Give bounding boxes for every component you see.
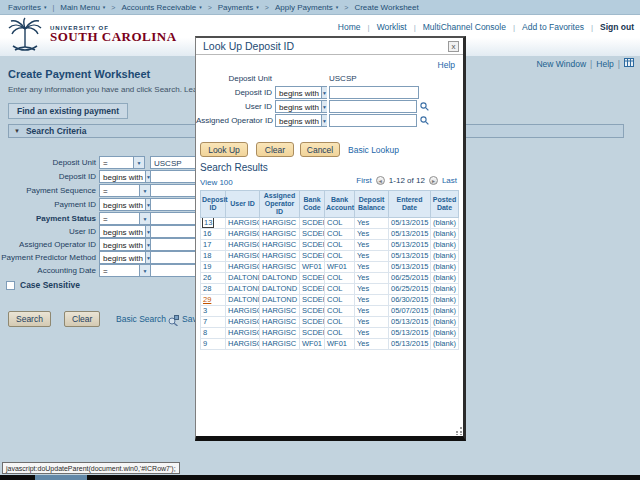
cell-text[interactable]: Yes: [357, 273, 369, 282]
accounting-date-operator-select[interactable]: =▼: [99, 264, 151, 277]
deposit-id-cell[interactable]: 7: [201, 317, 226, 328]
deposit-id-link[interactable]: 9: [203, 339, 207, 348]
cell-text[interactable]: 05/13/2015: [391, 317, 429, 326]
sign-out-link[interactable]: Sign out: [600, 22, 634, 32]
result-cell[interactable]: Yes: [355, 273, 389, 284]
result-cell[interactable]: Yes: [355, 295, 389, 306]
payment-id-operator-select[interactable]: begins with▼: [99, 198, 151, 211]
payment-sequence-operator-select[interactable]: =▼: [99, 184, 151, 197]
cell-text[interactable]: HARGISC: [262, 229, 296, 238]
result-cell[interactable]: (blank): [431, 295, 459, 306]
save-search-icon[interactable]: [168, 312, 179, 330]
result-cell[interactable]: HARGISC: [226, 317, 260, 328]
cell-text[interactable]: SCDEP: [302, 284, 325, 293]
cell-text[interactable]: 05/13/2015: [391, 240, 429, 249]
close-icon[interactable]: x: [448, 41, 459, 52]
cell-text[interactable]: Yes: [357, 251, 369, 260]
deposit-id-link[interactable]: 13: [203, 218, 213, 227]
result-cell[interactable]: (blank): [431, 306, 459, 317]
pager-first-link[interactable]: First: [356, 176, 372, 185]
user-id-operator-select[interactable]: begins with▼: [99, 225, 151, 238]
multichannel-console-link[interactable]: MultiChannel Console: [423, 22, 506, 32]
result-cell[interactable]: SCDEP: [300, 306, 325, 317]
deposit-id-cell[interactable]: 16: [201, 229, 226, 240]
deposit-id-input[interactable]: [329, 86, 419, 99]
cell-text[interactable]: Yes: [357, 229, 369, 238]
result-cell[interactable]: (blank): [431, 218, 459, 229]
cell-text[interactable]: (blank): [433, 339, 456, 348]
deposit-unit-operator-select[interactable]: =▼: [99, 156, 145, 169]
result-cell[interactable]: COL: [325, 273, 355, 284]
cell-text[interactable]: SCDEP: [302, 306, 325, 315]
cell-text[interactable]: Yes: [357, 240, 369, 249]
cell-text[interactable]: HARGISC: [228, 240, 260, 249]
cell-text[interactable]: WF01: [327, 262, 347, 271]
deposit-id-link[interactable]: 18: [203, 251, 211, 260]
deposit-id-link[interactable]: 17: [203, 240, 211, 249]
cell-text[interactable]: HARGISC: [262, 262, 296, 271]
deposit-id-cell[interactable]: 18: [201, 251, 226, 262]
tab-find-existing-payment[interactable]: Find an existing payment: [8, 103, 128, 119]
cell-text[interactable]: HARGISC: [228, 306, 260, 315]
deposit-id-cell[interactable]: 19: [201, 262, 226, 273]
result-cell[interactable]: HARGISC: [260, 328, 300, 339]
deposit-id-link[interactable]: 16: [203, 229, 211, 238]
cell-text[interactable]: SCDEP: [302, 317, 325, 326]
cell-text[interactable]: HARGISC: [228, 229, 260, 238]
result-cell[interactable]: WF01: [325, 339, 355, 350]
result-cell[interactable]: SCDEP: [300, 273, 325, 284]
user-id-lookup-icon[interactable]: [420, 102, 429, 113]
deposit-id-cell[interactable]: 8: [201, 328, 226, 339]
deposit-id-operator-select[interactable]: begins with▼: [99, 170, 151, 183]
payment-predictor-method-operator-select[interactable]: begins with▼: [99, 251, 151, 264]
result-cell[interactable]: SCDEP: [300, 328, 325, 339]
result-cell[interactable]: HARGISC: [260, 317, 300, 328]
cell-text[interactable]: Yes: [357, 284, 369, 293]
cell-text[interactable]: 05/13/2015: [391, 339, 429, 348]
collapse-triangle-icon[interactable]: ▼: [14, 128, 20, 134]
result-cell[interactable]: 06/25/2015: [389, 284, 431, 295]
cell-text[interactable]: 06/25/2015: [391, 284, 429, 293]
cell-text[interactable]: DALTOND: [228, 284, 260, 293]
result-cell[interactable]: HARGISC: [226, 251, 260, 262]
cell-text[interactable]: DALTOND: [228, 295, 260, 304]
result-cell[interactable]: DALTOND: [226, 284, 260, 295]
result-cell[interactable]: 05/13/2015: [389, 229, 431, 240]
breadcrumb-item-payments[interactable]: Payments▾: [218, 3, 259, 12]
result-cell[interactable]: HARGISC: [226, 240, 260, 251]
deposit-id-link[interactable]: 29: [203, 295, 211, 304]
result-cell[interactable]: HARGISC: [226, 328, 260, 339]
cell-text[interactable]: 06/25/2015: [391, 273, 429, 282]
result-cell[interactable]: (blank): [431, 229, 459, 240]
result-cell[interactable]: (blank): [431, 240, 459, 251]
result-cell[interactable]: Yes: [355, 240, 389, 251]
result-cell[interactable]: Yes: [355, 317, 389, 328]
cell-text[interactable]: COL: [327, 273, 342, 282]
cell-text[interactable]: HARGISC: [262, 328, 296, 337]
result-cell[interactable]: COL: [325, 295, 355, 306]
result-cell[interactable]: HARGISC: [260, 229, 300, 240]
cell-text[interactable]: (blank): [433, 317, 456, 326]
cell-text[interactable]: DALTOND: [262, 295, 297, 304]
breadcrumb-item-favorites[interactable]: Favorites▾: [8, 3, 46, 12]
cell-text[interactable]: 05/13/2015: [391, 218, 429, 227]
result-cell[interactable]: DALTOND: [260, 273, 300, 284]
result-cell[interactable]: SCDEP: [300, 240, 325, 251]
result-cell[interactable]: 05/13/2015: [389, 262, 431, 273]
cell-text[interactable]: WF01: [302, 262, 322, 271]
result-cell[interactable]: 05/13/2015: [389, 218, 431, 229]
result-cell[interactable]: (blank): [431, 262, 459, 273]
cell-text[interactable]: HARGISC: [228, 317, 260, 326]
cell-text[interactable]: Yes: [357, 317, 369, 326]
cell-text[interactable]: (blank): [433, 295, 456, 304]
result-cell[interactable]: HARGISC: [260, 262, 300, 273]
deposit-id-operator-select[interactable]: begins with▼: [275, 86, 327, 99]
result-cell[interactable]: (blank): [431, 284, 459, 295]
cell-text[interactable]: HARGISC: [228, 218, 260, 227]
result-cell[interactable]: Yes: [355, 229, 389, 240]
new-window-link[interactable]: New Window: [536, 59, 586, 69]
deposit-id-link[interactable]: 28: [203, 284, 211, 293]
cell-text[interactable]: WF01: [302, 339, 322, 348]
result-cell[interactable]: (blank): [431, 339, 459, 350]
cell-text[interactable]: COL: [327, 284, 342, 293]
